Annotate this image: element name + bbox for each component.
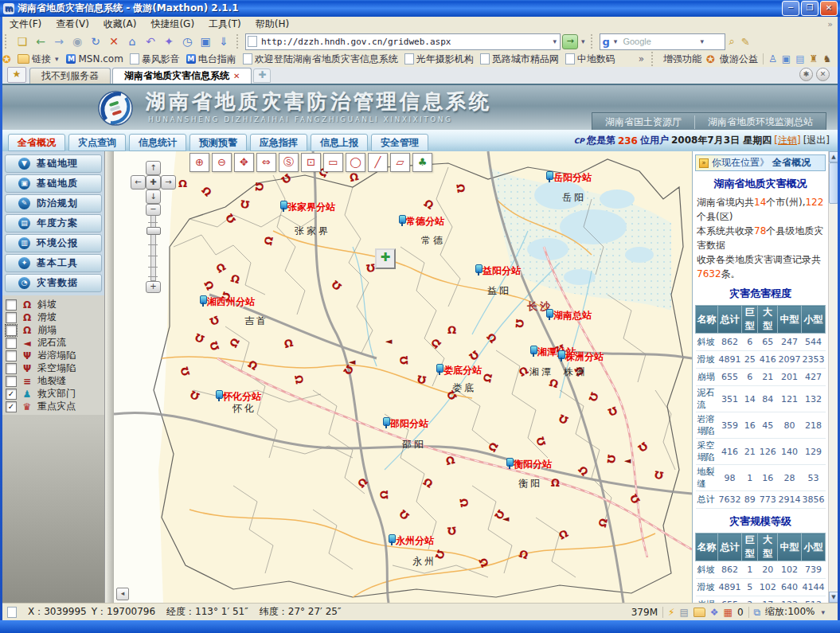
nav-tab-灾点查询[interactable]: 灾点查询 bbox=[68, 134, 126, 151]
draw-line-icon[interactable]: ╱ bbox=[368, 153, 388, 172]
nav-tab-信息上报[interactable]: 信息上报 bbox=[311, 134, 368, 151]
link-觅路城市精品网[interactable]: 觅路城市精品网 bbox=[477, 53, 562, 66]
map-canvas[interactable]: ⊕⊖✥⇔Ⓢ⊡▭◯╱▱♣ ↑ ← ✚ → ↓ − + ✚ ◂ ΩΩΩΩΩΩΩΩΩΩ… bbox=[114, 151, 692, 603]
measure-distance-icon[interactable]: ⇔ bbox=[256, 153, 276, 172]
menu-item[interactable]: 工具(T) bbox=[201, 17, 248, 32]
station-pin-icon[interactable] bbox=[280, 201, 287, 212]
maxthon-shield-icon[interactable]: ✪ bbox=[2, 53, 11, 65]
disaster-point-icon[interactable]: Ω bbox=[455, 183, 467, 193]
station-pin-icon[interactable] bbox=[399, 215, 405, 226]
station-pin-icon[interactable] bbox=[200, 295, 206, 307]
pan-down-button[interactable]: ↓ bbox=[146, 190, 161, 204]
sidebar-section-灾害数据[interactable]: ◔灾害数据 bbox=[5, 274, 102, 292]
map-station[interactable]: 岳阳分站 bbox=[546, 171, 592, 185]
back-icon[interactable]: ← bbox=[32, 33, 49, 49]
forward-icon[interactable]: → bbox=[50, 33, 68, 49]
pan-right-button[interactable]: → bbox=[161, 175, 176, 190]
boost-icon[interactable]: ⚡ bbox=[668, 607, 674, 618]
link-暴风影音[interactable]: 暴风影音 bbox=[127, 53, 183, 66]
link-geo-env-monitor-station[interactable]: 湖南省地质环境监测总站 bbox=[695, 113, 826, 131]
layer-checkbox[interactable] bbox=[6, 312, 17, 323]
go-dropdown-icon[interactable]: ▾ bbox=[580, 37, 587, 45]
layer-checkbox[interactable] bbox=[6, 350, 17, 361]
link-中地数码[interactable]: 中地数码 bbox=[562, 53, 619, 66]
address-bar[interactable]: ▾ bbox=[245, 33, 561, 50]
book-icon[interactable]: ❖ bbox=[710, 607, 719, 618]
highlight-pen-icon[interactable]: ✎ bbox=[739, 36, 752, 48]
layer-checkbox[interactable]: ✓ bbox=[6, 389, 17, 400]
map-add-button[interactable]: ✚ bbox=[375, 248, 396, 269]
debris-flow-icon[interactable]: ◄ bbox=[624, 455, 631, 466]
resize-icon[interactable]: ⧉ bbox=[754, 607, 761, 618]
nav-tab-应急指挥[interactable]: 应急指挥 bbox=[250, 134, 307, 151]
map-station[interactable]: 娄底分站 bbox=[436, 364, 482, 377]
favorites-star-icon[interactable]: ★ bbox=[7, 67, 26, 83]
menu-overflow-chevron-icon[interactable]: » bbox=[827, 19, 838, 29]
search-engine-dropdown-icon[interactable]: ▾ bbox=[612, 37, 619, 45]
map-station[interactable]: 湖南总站 bbox=[546, 309, 592, 322]
layer-tree-icon[interactable]: ♣ bbox=[412, 153, 432, 172]
menu-item[interactable]: 收藏(A) bbox=[96, 17, 144, 32]
disaster-point-icon[interactable]: Ω bbox=[514, 318, 525, 328]
layer-checkbox[interactable] bbox=[6, 376, 17, 387]
map-station[interactable]: 衡阳分站 bbox=[506, 458, 552, 471]
layer-checkbox[interactable] bbox=[6, 325, 17, 336]
home-icon[interactable]: ⌂ bbox=[123, 33, 141, 49]
disaster-point-icon[interactable]: Ω bbox=[458, 498, 470, 508]
deselect-rect-icon[interactable]: ▭ bbox=[323, 153, 343, 172]
map-station[interactable]: 张家界分站 bbox=[280, 201, 335, 214]
search-dropdown-icon[interactable]: ▾ bbox=[698, 37, 705, 45]
url-input[interactable] bbox=[260, 36, 549, 48]
menu-item[interactable]: 帮助(H) bbox=[248, 17, 296, 32]
window-panel-icon[interactable]: ▣ bbox=[782, 53, 791, 64]
map-station[interactable]: 怀化分站 bbox=[216, 390, 261, 404]
folder-icon[interactable] bbox=[693, 608, 705, 617]
map-station[interactable]: 永州分站 bbox=[389, 534, 434, 548]
disaster-point-icon[interactable]: Ω bbox=[447, 525, 456, 536]
browser-tab[interactable]: 湖南省地质灾害信息系统✕ bbox=[112, 68, 252, 84]
station-pin-icon[interactable] bbox=[216, 390, 222, 401]
zoom-out-icon[interactable]: ⊖ bbox=[212, 153, 232, 172]
zoom-slider-handle[interactable] bbox=[147, 227, 161, 235]
trophy-icon[interactable]: ♜ bbox=[809, 53, 818, 64]
new-page-icon[interactable]: ❏ bbox=[14, 33, 31, 49]
nav-tab-安全管理[interactable]: 安全管理 bbox=[371, 134, 428, 151]
zoom-in-step-button[interactable]: + bbox=[146, 281, 161, 293]
debris-flow-icon[interactable]: ◄ bbox=[385, 336, 392, 346]
disaster-point-icon[interactable]: Ω bbox=[416, 373, 427, 385]
zoom-out-step-button[interactable]: − bbox=[146, 204, 161, 216]
disaster-point-icon[interactable]: Ω bbox=[178, 178, 187, 189]
menu-item[interactable]: 文件(F) bbox=[2, 17, 49, 32]
search-bar[interactable]: g ▾ ▾ bbox=[600, 33, 725, 50]
zoom-dropdown-icon[interactable]: ▾ bbox=[819, 608, 826, 616]
window-icon[interactable]: ▣ bbox=[197, 33, 214, 49]
exit-link[interactable]: [退出] bbox=[803, 134, 830, 147]
nav-tab-全省概况[interactable]: 全省概况 bbox=[8, 134, 65, 151]
link-电台指南[interactable]: M电台指南 bbox=[183, 53, 240, 66]
stop-icon[interactable]: ✕ bbox=[105, 33, 123, 49]
menu-item[interactable]: 快捷组(G) bbox=[143, 17, 201, 32]
debris-flow-icon[interactable]: ◄ bbox=[502, 514, 509, 524]
history-icon[interactable]: ◷ bbox=[178, 33, 196, 49]
undo-icon[interactable]: ↶ bbox=[142, 33, 159, 49]
layer-checkbox[interactable] bbox=[6, 363, 17, 374]
map-station[interactable]: 株洲分站 bbox=[558, 350, 604, 364]
nav-tab-信息统计[interactable]: 信息统计 bbox=[129, 134, 186, 151]
download-icon[interactable]: ⇓ bbox=[215, 33, 232, 49]
logout-link[interactable]: [注销] bbox=[774, 134, 800, 147]
brush-icon[interactable]: ♞ bbox=[822, 53, 831, 64]
minimize-button[interactable]: ─ bbox=[782, 1, 799, 16]
station-pin-icon[interactable] bbox=[558, 350, 565, 361]
disaster-point-icon[interactable]: Ω bbox=[399, 356, 410, 365]
tab-close-all-icon[interactable]: ✕ bbox=[816, 68, 830, 81]
menu-item[interactable]: 查看(V) bbox=[49, 17, 96, 32]
pan-icon[interactable]: ✥ bbox=[234, 153, 254, 172]
disaster-point-icon[interactable]: Ω bbox=[365, 262, 376, 273]
tab-options-icon[interactable]: ✱ bbox=[799, 68, 813, 81]
eraser-icon[interactable]: ▱ bbox=[390, 153, 410, 172]
disaster-point-icon[interactable]: Ω bbox=[447, 325, 456, 335]
wand-icon[interactable]: ✦ bbox=[160, 33, 178, 49]
page-info-icon[interactable]: ▤ bbox=[795, 53, 804, 64]
map-station[interactable]: 湘西州分站 bbox=[200, 295, 255, 309]
pulldown-icon[interactable]: ◉ bbox=[68, 33, 86, 49]
